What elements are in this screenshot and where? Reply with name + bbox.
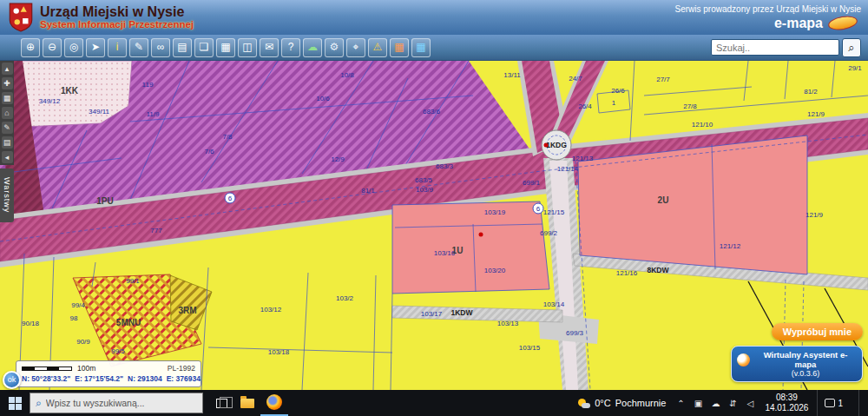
print-button[interactable]: ▤ bbox=[173, 38, 192, 57]
pan-up-tool[interactable]: ▴ bbox=[2, 63, 13, 75]
attributes-table-button[interactable]: ▦ bbox=[216, 38, 235, 57]
left-tool-rail: ▴✚▦⌂✎▤◂ Warstwy bbox=[0, 61, 14, 222]
zoom-in-button[interactable]: ⊕ bbox=[21, 38, 40, 57]
coord-northing: N: 291304 bbox=[128, 374, 162, 383]
page-subtitle: System Informacji Przestrzennej bbox=[40, 19, 194, 30]
task-view-icon bbox=[216, 399, 227, 408]
assistant-icon bbox=[737, 353, 750, 366]
windows-taskbar: ⌕ Wpisz tu wyszukiwaną... 0°C Pochmurnie… bbox=[0, 390, 868, 416]
weather-widget[interactable]: 0°C Pochmurnie bbox=[578, 398, 666, 408]
clock-time: 08:39 bbox=[765, 393, 808, 404]
page-title: Urząd Miejski w Nysie bbox=[40, 4, 194, 20]
scale-label: 100m bbox=[77, 364, 95, 373]
try-me-button[interactable]: Wypróbuj mnie bbox=[772, 323, 863, 340]
notification-count: 1 bbox=[838, 399, 843, 408]
network-icon[interactable]: ⇵ bbox=[727, 399, 739, 408]
action-center-button[interactable]: 1 bbox=[817, 390, 850, 416]
map-toolbar: ⊕⊖◎➤i✎∞▤❏▦◫✉?☁⚙⌖⚠▦▦ ⌕ bbox=[0, 35, 868, 61]
file-explorer-button[interactable] bbox=[234, 390, 260, 416]
layers-button[interactable]: ❏ bbox=[194, 38, 214, 57]
clock-date: 14.01.2026 bbox=[765, 403, 808, 414]
weather-temp: 0°C bbox=[595, 398, 610, 408]
measure-tool[interactable]: ✎ bbox=[2, 122, 13, 134]
home-view-tool[interactable]: ⌂ bbox=[2, 107, 13, 119]
select-arrow-button[interactable]: ➤ bbox=[86, 38, 105, 57]
taskbar-search-placeholder: Wpisz tu wyszukiwaną... bbox=[46, 398, 145, 408]
themes-button[interactable]: ▦ bbox=[411, 38, 431, 57]
zoom-out-button[interactable]: ⊖ bbox=[43, 38, 62, 57]
search-input[interactable] bbox=[711, 39, 839, 56]
virtual-assistant-button[interactable]: Wirtualny Asystent e-mapa (v.0.3.6) bbox=[731, 346, 863, 382]
help-button[interactable]: ? bbox=[281, 38, 300, 57]
sync-cloud-button[interactable]: ☁ bbox=[303, 38, 322, 57]
ok-chat-button[interactable]: ok bbox=[3, 371, 21, 389]
search-button[interactable]: ⌕ bbox=[842, 38, 861, 57]
taskbar-clock[interactable]: 08:39 14.01.2026 bbox=[765, 393, 808, 414]
print-tool[interactable]: ▤ bbox=[2, 136, 13, 149]
notification-icon bbox=[825, 399, 835, 407]
map-viewport[interactable]: 1KK349/12349/1111911/910/810/67/87/612/9… bbox=[0, 61, 868, 390]
coord-lon: E: 17°15'54.2" bbox=[75, 374, 123, 383]
nysa-coat-of-arms bbox=[9, 3, 33, 32]
legend-button[interactable]: ▦ bbox=[390, 38, 409, 57]
coord-lat: N: 50°28'33.2" bbox=[22, 374, 70, 383]
point-marker bbox=[479, 233, 483, 237]
layers-panel-tab[interactable]: Warstwy bbox=[0, 168, 14, 222]
tray-expand-icon[interactable]: ⌃ bbox=[674, 399, 687, 408]
info-button[interactable]: i bbox=[108, 38, 127, 57]
cadastral-map-canvas[interactable] bbox=[0, 61, 868, 390]
crs-label: PL-1992 bbox=[168, 364, 195, 373]
start-button[interactable] bbox=[0, 390, 30, 416]
app-header: Urząd Miejski w Nysie System Informacji … bbox=[0, 0, 868, 35]
zoom-extent-button[interactable]: ◎ bbox=[64, 38, 83, 57]
coord-easting: E: 376934 bbox=[167, 374, 201, 383]
settings-button[interactable]: ⚙ bbox=[325, 38, 344, 57]
service-note: Serwis prowadzony przez Urząd Miejski w … bbox=[674, 4, 861, 14]
weather-icon bbox=[578, 399, 590, 408]
measure-button[interactable]: ✎ bbox=[129, 38, 148, 57]
dual-map-button[interactable]: ◫ bbox=[238, 38, 257, 57]
assistant-version: (v.0.3.6) bbox=[754, 369, 857, 378]
search-area-button[interactable]: ⌖ bbox=[346, 38, 365, 57]
taskbar-search-icon: ⌕ bbox=[36, 397, 42, 409]
assistant-title: Wirtualny Asystent e-mapa bbox=[754, 350, 857, 369]
onedrive-icon[interactable]: ☁ bbox=[709, 399, 721, 408]
link-button[interactable]: ∞ bbox=[151, 38, 170, 57]
task-view-button[interactable] bbox=[208, 390, 234, 416]
firefox-icon bbox=[266, 394, 282, 410]
zone-1u bbox=[392, 201, 549, 294]
point-marker bbox=[544, 143, 549, 148]
geosystem-logo-icon bbox=[827, 14, 858, 32]
alerts-button[interactable]: ⚠ bbox=[368, 38, 387, 57]
defender-icon[interactable]: ▣ bbox=[692, 399, 704, 408]
emapa-brand: e-mapa bbox=[774, 16, 823, 31]
collapse-panel-tool[interactable]: ◂ bbox=[2, 151, 13, 163]
windows-logo-icon bbox=[9, 397, 22, 410]
zoom-slider-tool[interactable]: ✚ bbox=[2, 77, 13, 89]
firefox-button[interactable] bbox=[260, 390, 288, 416]
scale-bar bbox=[22, 366, 72, 371]
folder-icon bbox=[240, 399, 254, 408]
volume-icon[interactable]: ◁ bbox=[744, 399, 756, 408]
coordinates-panel: 100m PL-1992 N: 50°28'33.2" E: 17°15'54.… bbox=[16, 360, 201, 387]
weather-desc: Pochmurnie bbox=[615, 398, 667, 408]
comment-button[interactable]: ✉ bbox=[260, 38, 279, 57]
layer-visibility-tool[interactable]: ▦ bbox=[2, 92, 13, 104]
taskbar-search[interactable]: ⌕ Wpisz tu wyszukiwaną... bbox=[30, 393, 203, 413]
show-desktop-button[interactable] bbox=[858, 390, 863, 416]
